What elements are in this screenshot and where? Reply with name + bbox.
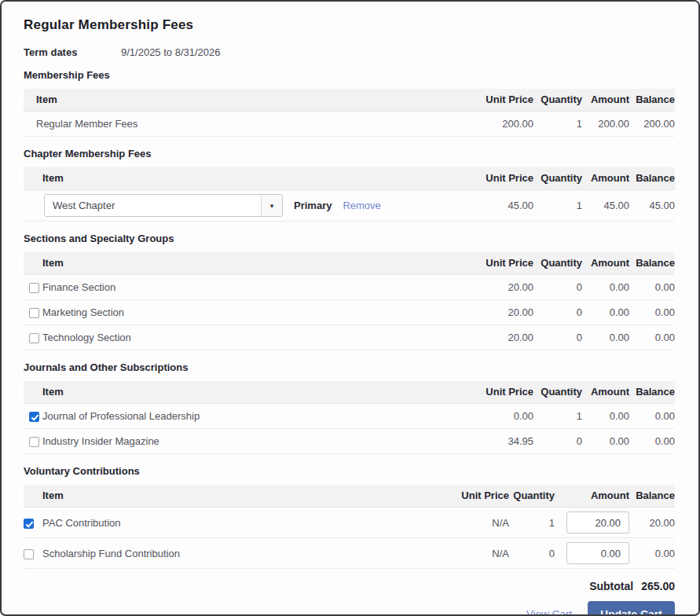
- table-row: West Chapter ▾ Primary Remove 45.00 1 45…: [24, 190, 675, 222]
- subtotal-label: Subtotal: [589, 580, 633, 592]
- unit-price-value: 45.00: [463, 190, 533, 222]
- item-name: Scholarship Fund Contribution: [42, 538, 438, 569]
- column-header-item: Item: [42, 485, 438, 508]
- quantity-value: 0: [533, 325, 582, 350]
- section-heading: Voluntary Contributions: [24, 465, 675, 477]
- unit-price-value: 20.00: [463, 275, 533, 300]
- unit-price-value: 34.95: [463, 429, 533, 454]
- table-row: Regular Member Fees 200.00 1 200.00 200.…: [24, 112, 675, 137]
- column-header-quantity: Quantity: [509, 485, 555, 508]
- column-header-balance: Balance: [629, 89, 675, 112]
- column-header-lead: [24, 485, 42, 508]
- column-header-unit-price: Unit Price: [463, 167, 533, 190]
- table-row: Marketing Section 20.00 0 0.00 0.00: [24, 300, 675, 325]
- table-header-row: Item Unit Price Quantity Amount Balance: [24, 89, 675, 112]
- term-dates-label: Term dates: [24, 46, 121, 58]
- lead-cell: [24, 190, 42, 222]
- view-cart-link[interactable]: View Cart: [526, 608, 572, 616]
- term-dates-value: 9/1/2025 to 8/31/2026: [121, 46, 221, 58]
- table-header-row: Item Unit Price Quantity Amount Balance: [24, 381, 675, 404]
- subtotal-row: Subtotal 265.00: [24, 580, 675, 592]
- column-header-balance: Balance: [629, 485, 675, 508]
- item-name: Marketing Section: [42, 300, 463, 325]
- row-checkbox[interactable]: [29, 333, 39, 343]
- row-checkbox[interactable]: [24, 519, 34, 529]
- update-cart-button[interactable]: Update Cart: [588, 601, 675, 616]
- amount-value: 0.00: [582, 404, 629, 429]
- amount-value: 0.00: [582, 429, 629, 454]
- table-row: Scholarship Fund Contribution N/A 0 0.00: [24, 538, 675, 569]
- amount-input[interactable]: [566, 512, 629, 534]
- primary-label: Primary: [294, 200, 332, 211]
- item-name: PAC Contribution: [42, 508, 438, 538]
- section-heading: Membership Fees: [24, 69, 675, 81]
- table-header-row: Item Unit Price Quantity Amount Balance: [24, 167, 675, 190]
- section-heading: Journals and Other Subscriptions: [24, 361, 675, 373]
- column-header-amount: Amount: [582, 381, 629, 404]
- column-header-amount: Amount: [582, 252, 629, 275]
- column-header-lead: [24, 167, 42, 190]
- section-membership-fees: Membership Fees Item Unit Price Quantity…: [24, 69, 675, 137]
- item-name: Technology Section: [42, 325, 463, 350]
- column-header-amount: Amount: [582, 89, 629, 112]
- quantity-value: 1: [533, 112, 582, 137]
- voluntary-contributions-table: Item Unit Price Quantity Amount Balance …: [24, 485, 675, 569]
- amount-value: 0.00: [582, 325, 629, 350]
- quantity-value: 0: [533, 300, 582, 325]
- column-header-quantity: Quantity: [533, 167, 582, 190]
- row-checkbox[interactable]: [29, 283, 39, 293]
- remove-link[interactable]: Remove: [343, 200, 380, 211]
- table-header-row: Item Unit Price Quantity Amount Balance: [24, 485, 675, 508]
- table-row: Journal of Professional Leadership 0.00 …: [24, 404, 675, 429]
- column-header-quantity: Quantity: [533, 252, 582, 275]
- section-chapter-membership-fees: Chapter Membership Fees Item Unit Price …: [24, 148, 675, 222]
- section-heading: Sections and Specialty Groups: [24, 233, 675, 244]
- journals-table: Item Unit Price Quantity Amount Balance …: [24, 381, 675, 454]
- chapter-select[interactable]: West Chapter ▾: [44, 194, 283, 217]
- balance-value: 0.00: [629, 325, 675, 350]
- table-row: Technology Section 20.00 0 0.00 0.00: [24, 325, 675, 350]
- unit-price-value: 20.00: [463, 325, 533, 350]
- balance-value: 200.00: [629, 112, 675, 137]
- subtotal-value: 265.00: [641, 580, 675, 592]
- unit-price-value: 20.00: [463, 300, 533, 325]
- balance-value: 0.00: [629, 300, 675, 325]
- row-checkbox[interactable]: [29, 412, 39, 422]
- balance-value: 20.00: [629, 508, 675, 538]
- unit-price-value: N/A: [438, 538, 509, 569]
- quantity-value: 0: [509, 538, 555, 569]
- balance-value: 45.00: [629, 190, 675, 222]
- column-header-item: Item: [42, 167, 463, 190]
- section-heading: Chapter Membership Fees: [24, 148, 675, 160]
- row-checkbox[interactable]: [29, 308, 39, 318]
- quantity-value: 0: [533, 275, 582, 300]
- chapter-select-value: West Chapter: [45, 195, 261, 216]
- column-header-lead: [24, 381, 42, 404]
- balance-value: 0.00: [629, 538, 675, 569]
- quantity-value: 0: [533, 429, 582, 454]
- chevron-down-icon[interactable]: ▾: [261, 195, 282, 216]
- item-name: Journal of Professional Leadership: [42, 404, 463, 429]
- membership-fees-panel: Regular Membership Fees Term dates 9/1/2…: [0, 0, 700, 616]
- amount-value: 0.00: [582, 300, 629, 325]
- table-row: PAC Contribution N/A 1 20.00: [24, 508, 675, 538]
- row-checkbox[interactable]: [29, 437, 39, 447]
- quantity-value: 1: [509, 508, 555, 538]
- column-header-item: Item: [24, 89, 463, 112]
- unit-price-value: N/A: [438, 508, 509, 538]
- amount-value: 45.00: [582, 190, 629, 222]
- unit-price-value: 0.00: [463, 404, 533, 429]
- page-title: Regular Membership Fees: [24, 17, 675, 33]
- quantity-value: 1: [533, 190, 582, 222]
- column-header-amount: Amount: [555, 485, 629, 508]
- column-header-unit-price: Unit Price: [463, 381, 533, 404]
- section-journals: Journals and Other Subscriptions Item Un…: [24, 361, 675, 454]
- amount-value: 200.00: [582, 112, 629, 137]
- column-header-quantity: Quantity: [533, 381, 582, 404]
- chapter-fees-table: Item Unit Price Quantity Amount Balance …: [24, 167, 675, 222]
- term-dates-row: Term dates 9/1/2025 to 8/31/2026: [24, 46, 675, 58]
- chapter-cell: West Chapter ▾ Primary Remove: [42, 194, 463, 217]
- amount-input[interactable]: [566, 542, 629, 564]
- column-header-unit-price: Unit Price: [463, 89, 533, 112]
- row-checkbox[interactable]: [24, 549, 34, 559]
